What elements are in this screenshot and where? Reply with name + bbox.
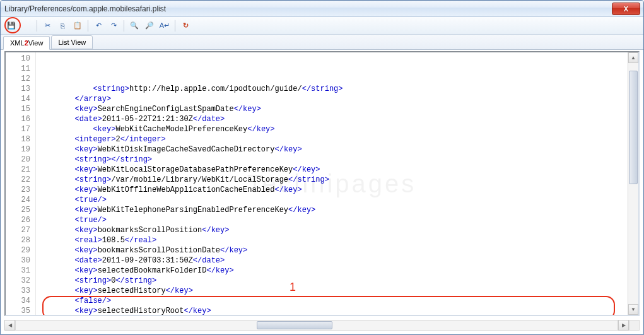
code-line[interactable]: <key>WebKitLocalStorageDatabasePathPrefe… bbox=[36, 165, 628, 175]
separator bbox=[37, 20, 37, 32]
code-line[interactable]: <key>WebKitTelephoneParsingEnabledPrefer… bbox=[36, 205, 628, 215]
line-number: 14 bbox=[6, 94, 30, 104]
tab-bar: XML2View List View bbox=[1, 35, 643, 50]
line-number: 29 bbox=[6, 245, 30, 256]
editor: 1011121314151617181920212223242526272829… bbox=[4, 51, 640, 316]
new-doc-button[interactable] bbox=[20, 19, 33, 33]
titlebar: Library/Preferences/com.apple.mobilesafa… bbox=[1, 1, 643, 17]
scroll-down-button[interactable]: ▼ bbox=[628, 304, 638, 315]
code-line[interactable]: <string>/var/mobile/Library/WebKit/Local… bbox=[36, 175, 628, 185]
line-number: 30 bbox=[6, 256, 30, 266]
line-number: 15 bbox=[6, 104, 30, 114]
code-line[interactable]: <key>bookmarksScrollPosition</key> bbox=[36, 225, 628, 235]
line-number: 25 bbox=[6, 205, 30, 215]
code-line[interactable]: <key>selectedHistory</key> bbox=[36, 286, 628, 296]
line-number: 16 bbox=[6, 114, 30, 124]
line-number: 11 bbox=[6, 64, 30, 74]
line-number: 13 bbox=[6, 84, 30, 94]
line-number: 33 bbox=[6, 286, 30, 296]
scroll-thumb-h[interactable] bbox=[257, 321, 332, 329]
scroll-left-button[interactable]: ◀ bbox=[4, 320, 15, 331]
tab-xml-view[interactable]: XML2View bbox=[3, 36, 50, 50]
line-number: 12 bbox=[6, 74, 30, 84]
separator bbox=[88, 20, 88, 32]
code-line[interactable]: <false/> bbox=[36, 296, 628, 306]
paste-icon: 📋 bbox=[73, 21, 82, 30]
scroll-corner bbox=[629, 320, 640, 331]
find-icon: 🔍 bbox=[130, 21, 139, 30]
code-line[interactable]: <string>http://help.apple.com/ipodtouch/… bbox=[36, 84, 628, 94]
tab-list-view[interactable]: List View bbox=[51, 35, 93, 49]
cut-icon: ✂ bbox=[45, 21, 50, 30]
word-wrap-button[interactable]: A↵ bbox=[158, 19, 172, 33]
redo-icon: ↷ bbox=[111, 21, 117, 30]
line-number: 17 bbox=[6, 124, 30, 134]
cut-button[interactable]: ✂ bbox=[40, 19, 54, 33]
code-line[interactable]: <key>bookmarksScrollPositionDate</key> bbox=[36, 245, 628, 256]
line-number: 26 bbox=[6, 215, 30, 225]
code-line[interactable]: <date>2011-05-22T21:21:30Z</date> bbox=[36, 114, 628, 124]
code-line[interactable]: <string>0</string> bbox=[36, 276, 628, 286]
line-number: 23 bbox=[6, 185, 30, 195]
scroll-thumb[interactable] bbox=[629, 71, 638, 184]
code-line[interactable]: <integer>2</integer> bbox=[36, 134, 628, 144]
undo-icon: ↶ bbox=[96, 21, 102, 30]
app-window: Library/Preferences/com.apple.mobilesafa… bbox=[0, 0, 644, 335]
line-number: 10 bbox=[6, 54, 30, 64]
code-line[interactable]: <date>2011-09-20T03:31:50Z</date> bbox=[36, 256, 628, 266]
code-line[interactable]: <key>WebKitOfflineWebApplicationCacheEna… bbox=[36, 185, 628, 195]
window-title: Library/Preferences/com.apple.mobilesafa… bbox=[4, 4, 166, 13]
code-line[interactable]: <key>selectedBookmarkFolderID</key> bbox=[36, 266, 628, 276]
code-line[interactable]: <true/> bbox=[36, 195, 628, 205]
redo-button[interactable]: ↷ bbox=[107, 19, 120, 33]
code-line[interactable]: <key>selectedHistoryRoot</key> bbox=[36, 306, 628, 315]
vertical-scrollbar[interactable]: ▲ ▼ bbox=[628, 52, 638, 315]
line-number: 28 bbox=[6, 235, 30, 245]
copy-icon: ⎘ bbox=[61, 22, 65, 30]
line-number: 20 bbox=[6, 155, 30, 165]
close-icon: X bbox=[624, 5, 628, 13]
reload-button[interactable]: ↻ bbox=[179, 19, 192, 33]
line-number: 32 bbox=[6, 276, 30, 286]
line-number: 21 bbox=[6, 165, 30, 175]
reload-icon: ↻ bbox=[183, 21, 189, 30]
code-area[interactable]: Technipages <string>http://help.apple.co… bbox=[36, 52, 628, 315]
scroll-right-button[interactable]: ▶ bbox=[618, 320, 629, 331]
find-next-icon: 🔎 bbox=[145, 21, 154, 30]
find-button[interactable]: 🔍 bbox=[127, 19, 141, 33]
separator bbox=[175, 20, 175, 32]
line-number: 18 bbox=[6, 134, 30, 144]
toolbar: 💾 ✂ ⎘ 📋 ↶ ↷ 🔍 🔎 A↵ ↻ bbox=[1, 17, 643, 35]
wrap-icon: A↵ bbox=[160, 21, 170, 30]
close-button[interactable]: X bbox=[612, 3, 640, 15]
code-line[interactable]: <string></string> bbox=[36, 155, 628, 165]
line-number: 24 bbox=[6, 195, 30, 205]
save-button[interactable]: 💾 bbox=[4, 19, 18, 33]
code-line[interactable]: <key>WebKitDiskImageCacheSavedCacheDirec… bbox=[36, 144, 628, 155]
line-number: 35 bbox=[6, 306, 30, 316]
code-line[interactable]: </array> bbox=[36, 94, 628, 104]
line-number: 27 bbox=[6, 225, 30, 235]
line-gutter: 1011121314151617181920212223242526272829… bbox=[6, 52, 36, 315]
line-number: 34 bbox=[6, 296, 30, 306]
code-line[interactable]: <key>WebKitCacheModelPreferenceKey</key> bbox=[36, 124, 628, 134]
copy-button[interactable]: ⎘ bbox=[56, 19, 69, 33]
code-line[interactable]: <real>108.5</real> bbox=[36, 235, 628, 245]
save-icon: 💾 bbox=[7, 21, 16, 30]
separator bbox=[124, 20, 124, 32]
horizontal-scrollbar[interactable]: ◀ ▶ bbox=[4, 320, 640, 331]
find-next-button[interactable]: 🔎 bbox=[143, 19, 156, 33]
code-line[interactable]: <key>SearchEngineConfigLastSpamDate</key… bbox=[36, 104, 628, 114]
scroll-track[interactable] bbox=[628, 63, 638, 304]
line-number: 22 bbox=[6, 175, 30, 185]
code-line[interactable]: <true/> bbox=[36, 215, 628, 225]
line-number: 31 bbox=[6, 266, 30, 276]
scroll-track-h[interactable] bbox=[15, 320, 618, 331]
line-number: 19 bbox=[6, 144, 30, 155]
paste-button[interactable]: 📋 bbox=[71, 19, 85, 33]
scroll-up-button[interactable]: ▲ bbox=[628, 52, 638, 63]
undo-button[interactable]: ↶ bbox=[91, 19, 105, 33]
